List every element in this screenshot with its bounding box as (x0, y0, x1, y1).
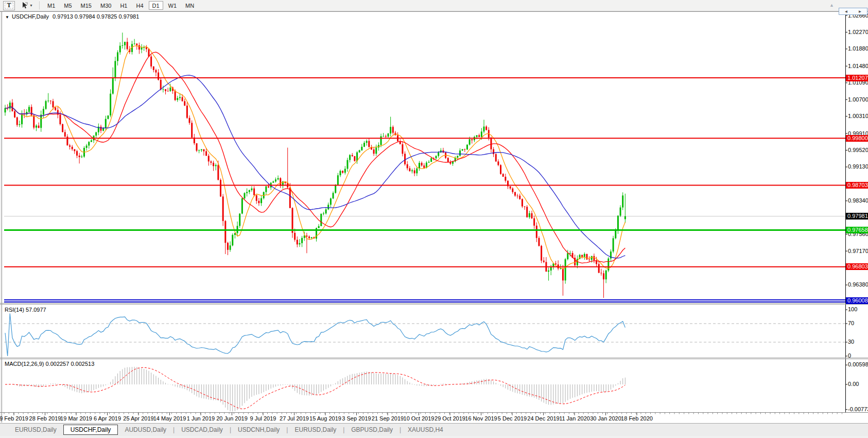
chart-title: ▼USDCHF,Daily0.97913 0.97984 0.97825 0.9… (5, 13, 139, 20)
tab-scroll-right-icon[interactable]: ► (858, 9, 862, 14)
date-tick-label: 21 Sep 2019 (372, 415, 404, 422)
time-axis[interactable]: 9 Feb 201928 Feb 201919 Mar 20196 Apr 20… (0, 415, 868, 423)
chart-tab-usdchf-active[interactable]: USDCHF,Daily (63, 425, 118, 435)
timeframe-button-m5[interactable]: M5 (60, 1, 75, 10)
date-tick-label: 24 Dec 2019 (527, 415, 559, 422)
date-tick-label: 16 Nov 2019 (465, 415, 497, 422)
macd-scale-zero: 0.00 (848, 381, 859, 388)
date-tick-label: 10 Oct 2019 (404, 415, 435, 422)
date-tick-label: 14 May 2019 (153, 415, 186, 422)
macd-scale-bottom: -0.007737 (848, 406, 868, 413)
timeframe-button-h1[interactable]: H1 (116, 1, 131, 10)
level-price-badge: 0.98703 (846, 182, 868, 189)
chart-tab-usdcad[interactable]: USDCAD,Daily (175, 425, 230, 435)
price-tick-label: 1.00700 (848, 96, 868, 103)
date-tick-label: 30 Jan 2020 (590, 415, 621, 422)
rsi-scale-100: 100 (848, 306, 857, 313)
chart-canvas[interactable] (0, 0, 868, 438)
timeframe-button-d1[interactable]: D1 (149, 1, 163, 10)
symbol-dropdown-icon[interactable]: ▼ (5, 15, 9, 20)
rsi-scale-70: 70 (848, 320, 854, 327)
date-tick-label: 3 Sep 2019 (342, 415, 371, 422)
date-tick-label: 25 Apr 2019 (123, 415, 153, 422)
price-tick-label: 1.01880 (848, 45, 868, 52)
cursor-tool-button[interactable]: ▾ (17, 1, 36, 10)
date-tick-label: 18 Feb 2020 (621, 415, 653, 422)
timeframe-button-m1[interactable]: M1 (44, 1, 59, 10)
price-tick-label: 1.02270 (848, 29, 868, 36)
chart-tab-audusd[interactable]: AUDUSD,Daily (118, 425, 173, 435)
level-price-badge: 0.99800 (846, 135, 868, 142)
timeframe-button-m15[interactable]: M15 (77, 1, 95, 10)
rsi-scale-0: 0 (848, 352, 851, 359)
rsi-indicator-label: RSI(14) 57.0977 (5, 307, 46, 313)
price-tick-label: 0.99520 (848, 147, 868, 154)
tab-scroll-left-icon[interactable]: ◄ (844, 9, 848, 14)
macd-scale-top: 0.005986 (848, 361, 868, 368)
price-tick-label: 1.01480 (848, 63, 868, 70)
date-tick-label: 29 Oct 2019 (435, 415, 465, 422)
level-price-badge: 0.96008 (846, 297, 868, 304)
tab-scroll-control[interactable]: ◄ ► (839, 8, 867, 15)
chart-tab-eurusd[interactable]: EURUSD,Daily (288, 425, 343, 435)
scroll-up-icon[interactable]: ▲ (829, 3, 834, 8)
cursor-arrows-icon (20, 2, 28, 10)
date-tick-label: 20 Jun 2019 (216, 415, 248, 422)
date-tick-label: 11 Jan 2020 (559, 415, 590, 422)
date-tick-label: 28 Feb 2019 (29, 415, 61, 422)
current-price-badge: 0.97981 (846, 213, 868, 220)
level-price-badge: 1.01207 (846, 75, 868, 81)
timeframe-button-w1[interactable]: W1 (165, 1, 181, 10)
timeframe-button-h4[interactable]: H4 (132, 1, 147, 10)
date-tick-label: 9 Jul 2019 (250, 415, 276, 422)
date-tick-label: 1 Jun 2019 (187, 415, 215, 422)
date-tick-label: 5 Dec 2019 (498, 415, 527, 422)
chart-tab-xauusd[interactable]: XAUUSD,H4 (401, 425, 450, 435)
text-tool-button[interactable]: T (3, 1, 15, 10)
chart-tab-usdcnh[interactable]: USDCNH,Daily (231, 425, 286, 435)
price-tick-label: 0.99130 (848, 163, 868, 170)
chart-tab-bar: EURUSD,DailyUSDCHF,DailyAUDUSD,Daily|USD… (0, 423, 868, 436)
level-price-badge: 0.96803 (846, 263, 868, 270)
symbol-period-label: USDCHF,Daily (12, 13, 49, 20)
metatrader-window: T ▾ M1M5M15M30H1H4D1W1MN ▲ ▼USDCHF,Daily… (0, 0, 868, 438)
chart-tab-gbpusd[interactable]: GBPUSD,Daily (344, 425, 400, 435)
text-tool-label: T (7, 2, 11, 9)
date-tick-label: 27 Jul 2019 (280, 415, 309, 422)
date-tick-label: 19 Mar 2019 (60, 415, 92, 422)
date-tick-label: 6 Apr 2019 (94, 415, 121, 422)
price-tick-label: 0.97170 (848, 248, 868, 255)
timeframe-button-m30[interactable]: M30 (97, 1, 115, 10)
chevron-down-icon: ▾ (30, 3, 32, 8)
level-price-badge: 0.97658 (846, 227, 868, 233)
chart-tab-eurusd[interactable]: EURUSD,Daily (8, 425, 63, 435)
toolbar-separator (39, 2, 40, 9)
price-tick-label: 0.98340 (848, 197, 868, 204)
chart-tabs: EURUSD,DailyUSDCHF,DailyAUDUSD,Daily|USD… (8, 425, 450, 435)
price-tick-label: 0.96380 (848, 281, 868, 288)
toolbar: T ▾ M1M5M15M30H1H4D1W1MN (0, 0, 868, 11)
timeframe-buttons: M1M5M15M30H1H4D1W1MN (44, 1, 199, 10)
date-tick-label: 9 Feb 2019 (0, 415, 28, 422)
price-tick-label: 1.00310 (848, 113, 868, 120)
date-tick-label: 15 Aug 2019 (309, 415, 341, 422)
timeframe-button-mn[interactable]: MN (182, 1, 198, 10)
macd-indicator-label: MACD(12,26,9) 0.002257 0.002513 (5, 361, 94, 367)
status-strip (0, 436, 868, 438)
ohlc-values: 0.97913 0.97984 0.97825 0.97981 (53, 13, 139, 20)
rsi-scale-30: 30 (848, 339, 854, 345)
